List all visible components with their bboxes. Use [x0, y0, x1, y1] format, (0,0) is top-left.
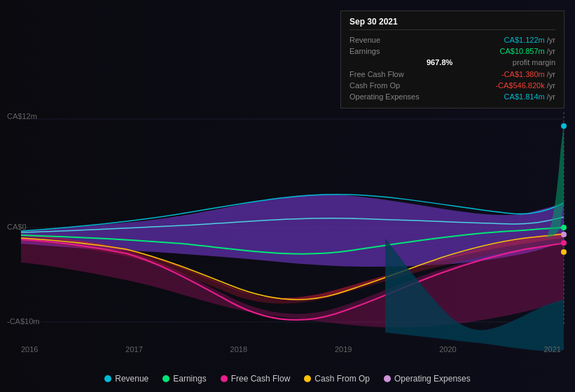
x-label-2021: 2021 — [543, 345, 560, 354]
legend-cashop[interactable]: Cash From Op — [304, 374, 370, 384]
legend-fcf[interactable]: Free Cash Flow — [221, 374, 291, 384]
legend-label-fcf: Free Cash Flow — [231, 374, 291, 384]
tooltip-row-opex: Operating Expenses CA$1.814m /yr — [349, 91, 555, 102]
tooltip-row-fcf: Free Cash Flow -CA$1.380m /yr — [349, 69, 555, 80]
tooltip-row-margin: 967.8% profit margin — [349, 57, 555, 69]
tooltip-value-cashop: -CA$546.820k /yr — [495, 81, 555, 90]
legend-dot-earnings — [162, 375, 169, 382]
tooltip-label-earnings: Earnings — [349, 47, 427, 55]
legend-dot-opex — [384, 375, 391, 382]
svg-point-6 — [561, 225, 567, 230]
legend-label-earnings: Earnings — [173, 374, 206, 384]
x-axis-labels: 2016 2017 2018 2019 2020 2021 — [21, 345, 561, 354]
legend-earnings[interactable]: Earnings — [162, 374, 206, 384]
tooltip-row-cashop: Cash From Op -CA$546.820k /yr — [349, 80, 555, 91]
x-label-2017: 2017 — [125, 345, 142, 354]
tooltip-value-revenue: CA$1.122m /yr — [504, 36, 555, 44]
y-axis-bottom-label: -CA$10m — [7, 317, 39, 326]
tooltip-row-earnings: Earnings CA$10.857m /yr — [349, 46, 555, 57]
legend-dot-fcf — [221, 375, 228, 382]
legend-dot-cashop — [304, 375, 311, 382]
tooltip-row-revenue: Revenue CA$1.122m /yr — [349, 34, 555, 46]
svg-point-8 — [561, 240, 567, 246]
tooltip-label-opex: Operating Expenses — [349, 92, 427, 101]
legend-opex[interactable]: Operating Expenses — [384, 374, 471, 384]
legend-label-opex: Operating Expenses — [394, 374, 471, 384]
tooltip-value-opex: CA$1.814m /yr — [504, 92, 555, 101]
tooltip-margin-label: profit margin — [513, 58, 555, 66]
tooltip-value-earnings: CA$10.857m /yr — [499, 47, 555, 55]
legend-label-revenue: Revenue — [115, 374, 148, 384]
legend-label-cashop: Cash From Op — [314, 374, 370, 384]
tooltip-margin-value: 967.8% — [427, 58, 452, 66]
y-axis-zero-label: CA$0 — [7, 223, 27, 231]
tooltip-date: Sep 30 2021 — [349, 17, 555, 30]
x-label-2016: 2016 — [21, 345, 38, 354]
x-label-2018: 2018 — [230, 345, 247, 354]
tooltip-label-fcf: Free Cash Flow — [349, 70, 427, 78]
y-axis-top-label: CA$12m — [7, 112, 37, 120]
x-label-2019: 2019 — [335, 345, 352, 354]
legend-revenue[interactable]: Revenue — [104, 374, 148, 384]
tooltip-label-cashop: Cash From Op — [349, 81, 427, 90]
svg-point-7 — [561, 232, 567, 237]
tooltip-value-fcf: -CA$1.380m /yr — [501, 70, 555, 78]
tooltip-label-revenue: Revenue — [349, 36, 427, 44]
legend-dot-revenue — [104, 375, 111, 382]
chart-container: CA$12m CA$0 -CA$10m 2016 2017 2018 2019 … — [0, 0, 575, 392]
tooltip-panel: Sep 30 2021 Revenue CA$1.122m /yr Earnin… — [340, 10, 564, 108]
svg-point-5 — [561, 123, 567, 129]
svg-point-9 — [561, 249, 567, 255]
chart-legend: Revenue Earnings Free Cash Flow Cash Fro… — [0, 374, 575, 384]
x-label-2020: 2020 — [439, 345, 456, 354]
